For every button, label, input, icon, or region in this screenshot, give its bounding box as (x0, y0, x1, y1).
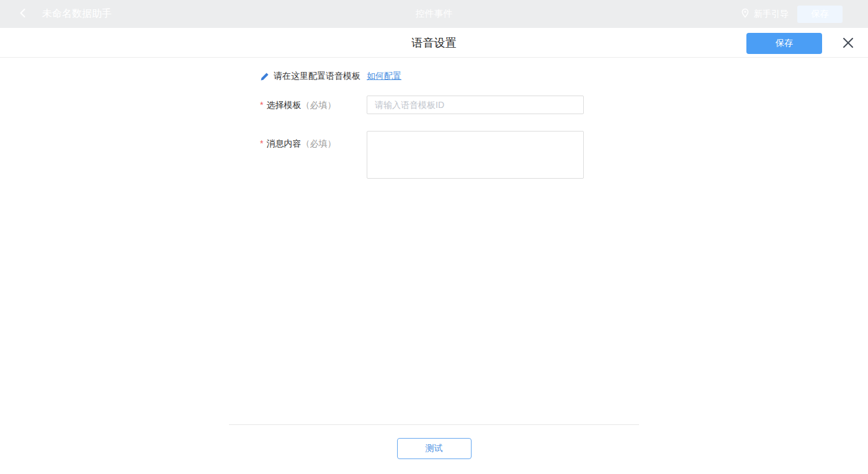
topbar: 未命名数据助手 控件事件 新手引导 保存 (0, 0, 868, 28)
how-to-configure-link[interactable]: 如何配置 (367, 71, 401, 82)
close-icon (841, 36, 855, 51)
voice-settings-panel: 语音设置 保存 请在这里配置语音模板 如何配置 *选择模板（必填） *消息内容（… (0, 28, 868, 474)
pencil-icon (260, 72, 269, 81)
template-label-suffix: （必填） (301, 100, 336, 110)
required-asterisk: * (260, 100, 263, 110)
panel-title: 语音设置 (0, 28, 868, 58)
message-field-label: *消息内容（必填） (260, 137, 336, 150)
template-id-input[interactable] (367, 96, 584, 114)
close-button[interactable] (840, 35, 856, 51)
config-hint-text: 请在这里配置语音模板 (274, 71, 360, 82)
panel-header: 语音设置 保存 (0, 28, 868, 58)
modal-dim-overlay (0, 0, 868, 28)
message-content-textarea[interactable] (367, 131, 584, 179)
template-label-text: 选择模板 (266, 100, 301, 110)
test-button[interactable]: 测试 (397, 438, 472, 459)
message-label-suffix: （必填） (301, 138, 336, 148)
footer-divider (229, 424, 639, 425)
template-field-label: *选择模板（必填） (260, 96, 336, 114)
config-hint-row: 请在这里配置语音模板 如何配置 (260, 69, 401, 84)
message-label-text: 消息内容 (266, 138, 301, 148)
save-button[interactable]: 保存 (746, 33, 822, 54)
required-asterisk: * (260, 138, 263, 148)
